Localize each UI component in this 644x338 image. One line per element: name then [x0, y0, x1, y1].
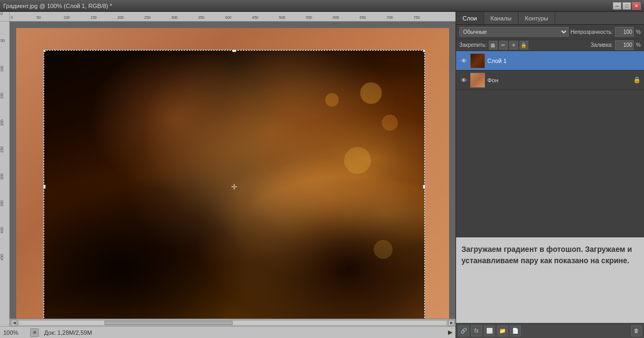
right-panel: Слои Каналы Контуры Обычные Непрозрачнос… [456, 12, 644, 338]
layer-thumb-1 [470, 53, 485, 68]
fill-input[interactable] [615, 40, 634, 50]
panel-tabs: Слои Каналы Контуры [456, 12, 644, 25]
layer-row-1[interactable]: 👁 Слой 1 [456, 51, 644, 71]
bokeh-1 [360, 82, 382, 104]
status-icon-btn[interactable]: ⊕ [30, 328, 39, 337]
fx-btn[interactable]: fx [471, 326, 482, 336]
main-layout: 0 50 100 150 200 250 300 350 400 450 500… [0, 12, 644, 338]
center-crosshair: ✛ [231, 182, 237, 191]
layer-name-bg: Фон [487, 77, 631, 83]
scrollbar-horizontal[interactable]: ◀ ▶ [10, 319, 456, 326]
handle-tr[interactable] [423, 50, 425, 52]
title-text: Градиент.jpg @ 100% (Слой 1, RGB/8) * [3, 3, 112, 9]
layer-thumb-bg [470, 73, 485, 88]
scroll-thumb-h[interactable] [104, 321, 233, 325]
handle-tm[interactable] [232, 50, 236, 52]
doc-info: Док: 1,28M/2,59M [44, 329, 92, 336]
handle-mr[interactable] [423, 185, 425, 189]
status-bar: 100% ⊕ Док: 1,28M/2,59M ▶ [0, 326, 456, 338]
layer-visibility-bg[interactable]: 👁 [459, 76, 468, 84]
blend-mode-select[interactable]: Обычные [459, 27, 569, 37]
opacity-input[interactable] [615, 27, 634, 37]
scroll-right-btn[interactable]: ▶ [448, 320, 454, 326]
tab-channels[interactable]: Каналы [484, 12, 519, 24]
opacity-percent: % [636, 29, 641, 35]
delete-layer-btn[interactable]: 🗑 [631, 326, 642, 336]
ruler-left: 0 50 100 150 200 250 300 350 400 450 [0, 22, 10, 326]
bokeh-4 [325, 93, 339, 107]
minimize-button[interactable]: ─ [613, 2, 621, 10]
fill-label: Заливка: [591, 42, 613, 48]
bokeh-5 [374, 240, 393, 259]
bokeh-2 [382, 115, 398, 131]
new-layer-btn[interactable]: 📄 [510, 326, 521, 336]
scroll-left-btn[interactable]: ◀ [11, 320, 17, 326]
layers-list[interactable]: 👁 Слой 1 👁 Фон 🔒 [456, 51, 644, 237]
layers-blend-row: Обычные Непрозрачность: % [456, 25, 644, 39]
layer-lock-icon: 🔒 [633, 76, 641, 83]
link-layers-btn[interactable]: 🔗 [458, 326, 469, 336]
mask-btn[interactable]: ⬜ [484, 326, 495, 336]
description-text: Загружаем градиент в фотошоп. Загружаем … [461, 245, 632, 265]
lock-position-btn[interactable]: ✛ [509, 41, 518, 50]
ruler-top: 0 50 100 150 200 250 300 350 400 450 500… [0, 12, 456, 22]
lock-pixels-btn[interactable]: ✏ [499, 41, 508, 50]
canvas-area: 0 50 100 150 200 250 300 350 400 450 500… [0, 12, 456, 338]
tab-layers[interactable]: Слои [456, 12, 484, 24]
fill-percent: % [636, 42, 641, 48]
photo-layer[interactable]: ✛ [43, 50, 425, 324]
photo-content: ✛ [44, 50, 425, 323]
lock-transparent-btn[interactable]: ▦ [489, 41, 498, 50]
scroll-track-h[interactable] [18, 320, 447, 326]
zoom-level: 100% [3, 329, 25, 336]
layer-row-bg[interactable]: 👁 Фон 🔒 [456, 71, 644, 90]
photoshop-canvas-bg: ✛ [16, 28, 449, 326]
canvas-scroll[interactable]: ✛ ◀ [10, 22, 456, 326]
lock-label: Закрепить: [459, 42, 487, 48]
maximize-button[interactable]: □ [622, 2, 631, 10]
close-button[interactable]: ✕ [632, 2, 641, 10]
tab-paths[interactable]: Контуры [519, 12, 555, 24]
lock-all-btn[interactable]: 🔒 [520, 41, 528, 50]
eye-icon-1: 👁 [461, 58, 467, 64]
lock-icons: ▦ ✏ ✛ 🔒 [489, 41, 528, 50]
opacity-label: Непрозрачность: [571, 29, 613, 35]
new-group-btn[interactable]: 📁 [497, 326, 508, 336]
panel-toolbar: 🔗 fx ⬜ 📁 📄 🗑 [456, 323, 644, 338]
bokeh-3 [344, 147, 371, 174]
layer-visibility-1[interactable]: 👁 [459, 57, 468, 65]
layer-name-1: Слой 1 [487, 58, 641, 64]
window-controls: ─ □ ✕ [613, 2, 641, 10]
title-bar: Градиент.jpg @ 100% (Слой 1, RGB/8) * ─ … [0, 0, 644, 12]
handle-tl[interactable] [43, 50, 46, 52]
handle-ml[interactable] [43, 185, 46, 189]
description-area: Загружаем градиент в фотошоп. Загружаем … [456, 237, 644, 323]
layers-lock-row: Закрепить: ▦ ✏ ✛ 🔒 Заливка: % [456, 39, 644, 51]
scroll-right-status[interactable]: ▶ [448, 329, 452, 336]
eye-icon-bg: 👁 [461, 77, 467, 83]
canvas-with-ruler: 0 50 100 150 200 250 300 350 400 450 [0, 22, 456, 326]
